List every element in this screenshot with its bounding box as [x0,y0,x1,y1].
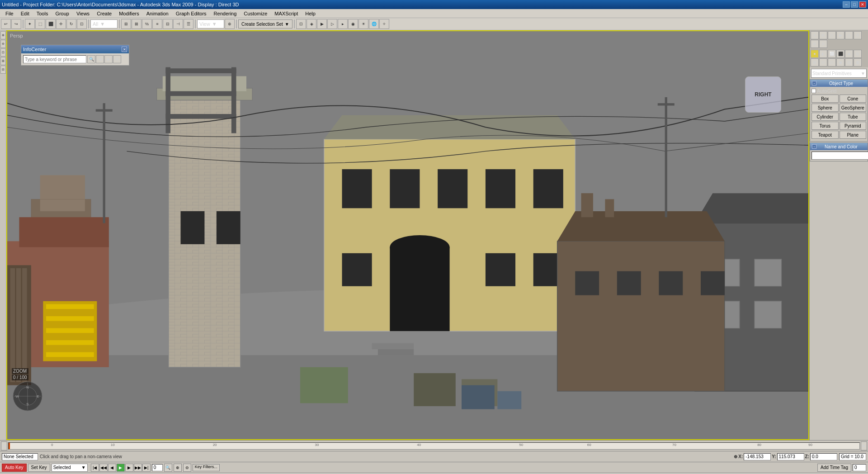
autogrid-checkbox[interactable] [811,89,816,93]
rp-mode-6[interactable]: ⊞ [854,50,862,58]
window-crossing-button[interactable]: ⬛ [46,19,56,29]
pyramid-button[interactable]: Pyramid [840,122,867,130]
add-time-tag-button[interactable]: Add Time Tag [817,464,851,472]
anim-end-button[interactable]: ▶| [142,464,151,472]
autokey-button[interactable]: Auto Key [2,464,27,472]
box-button[interactable]: Box [811,95,839,103]
left-tool-1[interactable]: ⊕ [0,31,6,39]
left-tool-3[interactable]: ⊡ [0,48,6,57]
scale-button[interactable]: ⊡ [77,19,87,29]
info-search-input[interactable] [23,55,86,63]
layer-manager-button[interactable]: ☰ [184,19,193,29]
spinner-snap-button[interactable]: ≡ [152,19,162,29]
maximize-button[interactable]: □ [851,1,858,8]
search-prev-button[interactable]: ◀ [96,55,104,63]
effects-button[interactable]: ✧ [379,19,389,29]
exposure-control-button[interactable]: ☀ [359,19,368,29]
set-key-button[interactable]: Set Key [28,464,50,472]
anim-start-button[interactable]: |◀ [91,464,99,472]
menu-create[interactable]: Create [93,9,115,18]
view-cube-face[interactable]: RIGHT [745,76,781,113]
select-obj-button[interactable]: ✦ [25,19,35,29]
torus-button[interactable]: Torus [811,122,839,130]
rp-mode-3[interactable]: ⬜ [828,50,836,58]
rp-tab-motion[interactable]: ▶ [836,31,844,39]
object-name-input[interactable] [811,152,868,160]
zoom-search-1[interactable]: 🔍 [164,464,172,472]
angle-snap-button[interactable]: ⊠ [132,19,142,29]
select-region-button[interactable]: ⬚ [35,19,45,29]
rp-tab-display[interactable]: ◎ [845,31,853,39]
select-move-button[interactable]: ✛ [56,19,66,29]
rp-mode-4[interactable]: ⬛ [836,50,844,58]
sphere-button[interactable]: Sphere [811,104,839,112]
percent-snap-button[interactable]: % [142,19,152,29]
minimize-button[interactable]: – [843,1,850,8]
menu-file[interactable]: File [2,9,17,18]
view-dropdown[interactable]: View ▼ [197,19,224,28]
menu-edit[interactable]: Edit [17,9,33,18]
name-and-color-collapse[interactable]: - [812,144,816,149]
search-go-button[interactable]: 🔍 [87,55,95,63]
plane-button[interactable]: Plane [840,131,867,139]
menu-customize[interactable]: Customize [240,9,271,18]
key-filters-button[interactable]: Key Filters... [193,464,220,471]
menu-modifiers[interactable]: Modifiers [115,9,143,18]
rp-tab-extra2[interactable]: ⊘ [819,40,827,48]
rp-tab-modify[interactable]: ⊞ [819,31,827,39]
rp-mode-10[interactable]: ▣ [836,58,844,66]
close-button[interactable]: ✕ [859,1,866,8]
render-iterative-button[interactable]: ▸ [338,19,348,29]
render-scene-button[interactable]: ▶ [317,19,327,29]
info-center-close[interactable]: ✕ [122,47,127,52]
rotate-button[interactable]: ↻ [66,19,76,29]
menu-animation[interactable]: Animation [143,9,172,18]
anim-next-button[interactable]: ▶▶ [134,464,142,472]
search-next-button[interactable]: ▶ [104,55,113,63]
zoom-search-3[interactable]: ⊖ [183,464,191,472]
rp-tab-utilities[interactable]: ⚙ [854,31,862,39]
timeline-next-btn[interactable]: ▶ [861,441,867,450]
primitives-dropdown[interactable]: Standard Primitives ▼ [811,69,867,78]
environment-button[interactable]: 🌐 [369,19,379,29]
rp-mode-1[interactable]: ● [811,50,819,58]
menu-help[interactable]: Help [302,9,319,18]
geosphere-button[interactable]: GeoSphere [840,104,867,112]
teapot-button[interactable]: Teapot [811,131,839,139]
rp-mode-12[interactable]: ▦ [854,58,862,66]
selected-dropdown[interactable]: Selected ▼ [52,464,88,472]
timeline-prev-btn[interactable]: ◀ [1,441,7,450]
left-tool-5[interactable]: ⊟ [0,66,6,74]
menu-group[interactable]: Group [52,9,73,18]
redo-button[interactable]: ↪ [11,19,21,29]
anim-prev-button[interactable]: ◀◀ [99,464,108,472]
rp-mode-7[interactable]: ⊠ [811,58,819,66]
rp-tab-create[interactable]: ✦ [811,31,819,39]
create-selection-set-button[interactable]: Create Selection Set ▼ [238,19,292,28]
view-cube[interactable]: RIGHT [745,76,781,113]
anim-next-frame-button[interactable]: ▶ [125,464,133,472]
mirror-button[interactable]: ⊟ [163,19,173,29]
timeline-track[interactable]: 0 10 20 30 40 50 60 70 80 90 [8,442,860,450]
viewport-container[interactable]: Persp [6,30,809,440]
object-type-collapse[interactable]: - [812,81,816,85]
left-tool-4[interactable]: ⊞ [0,57,6,65]
menu-tools[interactable]: Tools [33,9,52,18]
navigation-gizmo[interactable]: N S W E [12,380,43,412]
search-options-button[interactable]: ⚙ [113,55,121,63]
menu-maxscript[interactable]: MAXScript [271,9,302,18]
quick-render-button[interactable]: ▷ [327,19,337,29]
menu-views[interactable]: Views [73,9,93,18]
anim-play-button[interactable]: ▶ [117,464,125,472]
undo-button[interactable]: ↩ [1,19,11,29]
rp-mode-9[interactable]: ⊡ [828,58,836,66]
menu-rendering[interactable]: Rendering [210,9,241,18]
snap-button[interactable]: ⊞ [121,19,131,29]
rp-mode-5[interactable]: ◉ [845,50,853,58]
material-editor-button[interactable]: ◈ [307,19,316,29]
activeshade-button[interactable]: ◉ [348,19,358,29]
filter-dropdown[interactable]: All ▼ [90,19,118,28]
named-sel-button[interactable]: ⊡ [296,19,306,29]
view-cube-button[interactable]: ⊕ [225,19,235,29]
rp-mode-11[interactable]: ▤ [845,58,853,66]
